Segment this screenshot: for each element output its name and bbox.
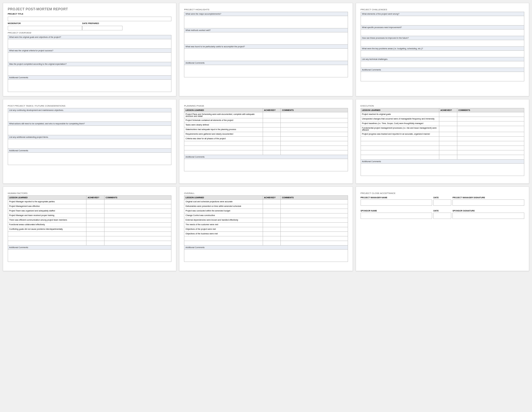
comments-cell[interactable] bbox=[281, 204, 348, 209]
comments-cell[interactable] bbox=[457, 121, 524, 126]
comments-cell[interactable] bbox=[281, 227, 348, 232]
pm-sig-input[interactable] bbox=[452, 199, 524, 206]
comments-cell[interactable] bbox=[104, 227, 171, 232]
comments-cell[interactable] bbox=[457, 137, 524, 141]
comments-cell[interactable] bbox=[281, 118, 348, 123]
comments-cell[interactable] bbox=[104, 232, 171, 236]
highlights-a3[interactable] bbox=[184, 49, 347, 61]
comments-cell[interactable] bbox=[104, 236, 171, 241]
comments-cell[interactable] bbox=[281, 150, 348, 155]
achieved-cell[interactable] bbox=[263, 141, 281, 146]
comments-cell[interactable] bbox=[104, 200, 171, 204]
execution-comments[interactable] bbox=[361, 164, 524, 176]
comments-cell[interactable] bbox=[281, 200, 348, 204]
achieved-cell[interactable] bbox=[263, 218, 281, 223]
overall-comments[interactable] bbox=[184, 250, 347, 262]
highlights-a1[interactable] bbox=[184, 16, 347, 28]
comments-cell[interactable] bbox=[104, 223, 171, 227]
comments-cell[interactable] bbox=[457, 150, 524, 155]
achieved-cell[interactable] bbox=[439, 146, 457, 150]
pm-date-input[interactable] bbox=[433, 199, 451, 206]
achieved-cell[interactable] bbox=[263, 137, 281, 141]
achieved-cell[interactable] bbox=[439, 112, 457, 117]
overview-a3[interactable] bbox=[8, 66, 171, 75]
comments-cell[interactable] bbox=[281, 146, 348, 150]
achieved-cell[interactable] bbox=[86, 218, 104, 223]
achieved-cell[interactable] bbox=[86, 209, 104, 213]
comments-cell[interactable] bbox=[457, 126, 524, 132]
achieved-cell[interactable] bbox=[86, 227, 104, 232]
challenges-a5[interactable] bbox=[361, 61, 524, 68]
comments-cell[interactable] bbox=[281, 218, 348, 223]
overview-a2[interactable] bbox=[8, 53, 171, 62]
achieved-cell[interactable] bbox=[439, 132, 457, 137]
achieved-cell[interactable] bbox=[263, 200, 281, 204]
postproject-comments[interactable] bbox=[8, 153, 171, 165]
challenges-a3[interactable] bbox=[361, 40, 524, 46]
achieved-cell[interactable] bbox=[439, 137, 457, 141]
sponsor-name-input[interactable] bbox=[361, 213, 432, 219]
achieved-cell[interactable] bbox=[86, 204, 104, 209]
comments-cell[interactable] bbox=[457, 141, 524, 146]
comments-cell[interactable] bbox=[281, 241, 348, 246]
challenges-a1[interactable] bbox=[361, 16, 524, 25]
moderator-input[interactable] bbox=[8, 26, 82, 30]
comments-cell[interactable] bbox=[457, 146, 524, 150]
planning-comments[interactable] bbox=[184, 159, 347, 171]
comments-cell[interactable] bbox=[281, 123, 348, 127]
comments-cell[interactable] bbox=[281, 213, 348, 218]
comments-cell[interactable] bbox=[457, 132, 524, 137]
comments-cell[interactable] bbox=[281, 209, 348, 213]
achieved-cell[interactable] bbox=[86, 200, 104, 204]
sponsor-sig-input[interactable] bbox=[452, 213, 524, 219]
achieved-cell[interactable] bbox=[86, 223, 104, 227]
comments-cell[interactable] bbox=[281, 223, 348, 227]
achieved-cell[interactable] bbox=[263, 227, 281, 232]
overview-a1[interactable] bbox=[8, 39, 171, 48]
date-prepared-input[interactable] bbox=[82, 26, 122, 30]
overview-comments[interactable] bbox=[8, 80, 171, 92]
comments-cell[interactable] bbox=[457, 112, 524, 117]
achieved-cell[interactable] bbox=[263, 241, 281, 246]
achieved-cell[interactable] bbox=[263, 150, 281, 155]
achieved-cell[interactable] bbox=[263, 123, 281, 127]
achieved-cell[interactable] bbox=[263, 209, 281, 213]
human-comments[interactable] bbox=[8, 250, 171, 262]
challenges-comments[interactable] bbox=[361, 72, 524, 81]
challenges-a4[interactable] bbox=[361, 51, 524, 57]
highlights-a2[interactable] bbox=[184, 32, 347, 44]
achieved-cell[interactable] bbox=[263, 232, 281, 236]
achieved-cell[interactable] bbox=[263, 118, 281, 123]
comments-cell[interactable] bbox=[281, 236, 348, 241]
achieved-cell[interactable] bbox=[439, 126, 457, 132]
postproject-a2[interactable] bbox=[8, 126, 171, 135]
postproject-a3[interactable] bbox=[8, 139, 171, 148]
achieved-cell[interactable] bbox=[263, 204, 281, 209]
postproject-a1[interactable] bbox=[8, 112, 171, 121]
comments-cell[interactable] bbox=[457, 117, 524, 121]
achieved-cell[interactable] bbox=[263, 127, 281, 132]
achieved-cell[interactable] bbox=[263, 132, 281, 137]
sponsor-date-input[interactable] bbox=[433, 213, 451, 219]
comments-cell[interactable] bbox=[104, 213, 171, 218]
comments-cell[interactable] bbox=[281, 141, 348, 146]
challenges-a2[interactable] bbox=[361, 30, 524, 36]
comments-cell[interactable] bbox=[281, 112, 348, 118]
comments-cell[interactable] bbox=[104, 218, 171, 223]
achieved-cell[interactable] bbox=[263, 112, 281, 118]
comments-cell[interactable] bbox=[281, 132, 348, 137]
achieved-cell[interactable] bbox=[439, 141, 457, 146]
achieved-cell[interactable] bbox=[439, 155, 457, 160]
achieved-cell[interactable] bbox=[263, 213, 281, 218]
achieved-cell[interactable] bbox=[263, 223, 281, 227]
comments-cell[interactable] bbox=[104, 209, 171, 213]
comments-cell[interactable] bbox=[104, 204, 171, 209]
comments-cell[interactable] bbox=[281, 232, 348, 236]
comments-cell[interactable] bbox=[104, 241, 171, 246]
achieved-cell[interactable] bbox=[439, 121, 457, 126]
achieved-cell[interactable] bbox=[86, 213, 104, 218]
achieved-cell[interactable] bbox=[86, 241, 104, 246]
comments-cell[interactable] bbox=[457, 155, 524, 160]
achieved-cell[interactable] bbox=[263, 236, 281, 241]
pm-name-input[interactable] bbox=[361, 199, 432, 206]
